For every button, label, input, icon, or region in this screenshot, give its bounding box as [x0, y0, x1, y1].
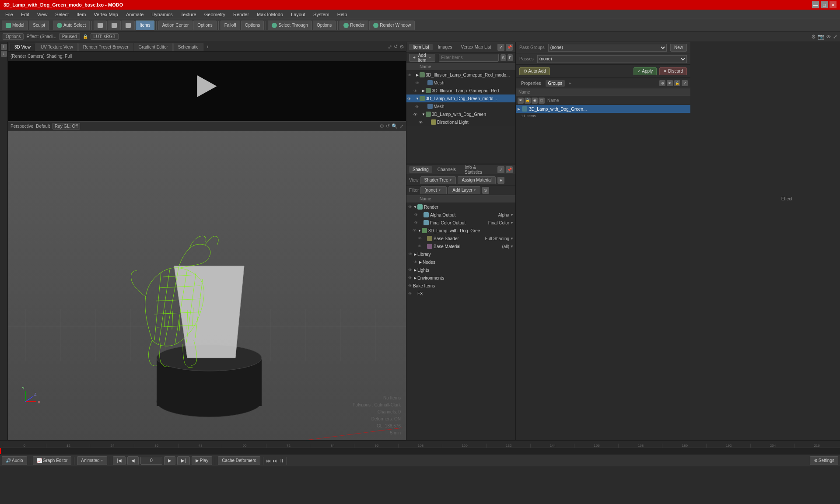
arrows-icon[interactable]: ⤢ [833, 34, 837, 40]
shader-alpha-output[interactable]: 👁 Alpha Output Alpha ▼ [406, 211, 515, 219]
grp-lock-icon[interactable]: 🔒 [525, 98, 531, 104]
animated-button[interactable]: Animated ▼ [77, 456, 107, 465]
transport-icon-2[interactable]: ⏭ [273, 458, 277, 463]
menu-system[interactable]: System [310, 11, 333, 18]
camera-icon[interactable]: 📷 [818, 34, 824, 40]
tab-images[interactable]: Images [434, 44, 456, 50]
eye-icon-5[interactable]: 👁 [415, 105, 419, 109]
3d-viewport[interactable]: Perspective Default Ray GL: Off ⚙ ↺ 🔍 ⤢ [8, 122, 406, 440]
shader-render[interactable]: 👁 ▼ Render [406, 203, 515, 211]
menu-dynamics[interactable]: Dynamics [148, 11, 176, 18]
shader-nodes[interactable]: 👁 ▶ Nodes [406, 258, 515, 266]
sculpt-button[interactable]: Sculpt [29, 21, 49, 30]
shader-eye-6[interactable]: 👁 [418, 244, 422, 248]
menu-select[interactable]: Select [52, 11, 72, 18]
tab-3d-view[interactable]: 3D View [10, 43, 35, 51]
options-2-button[interactable]: Options [241, 21, 264, 30]
items-button[interactable]: Items [136, 21, 154, 30]
options-3-button[interactable]: Options [313, 21, 336, 30]
shader-eye-10[interactable]: 👁 [408, 276, 412, 280]
menu-layout[interactable]: Layout [287, 11, 309, 18]
shader-eye-5[interactable]: 👁 [418, 236, 422, 241]
shader-eye-9[interactable]: 👁 [408, 268, 412, 272]
vp3d-settings-icon[interactable]: ⚙ [380, 123, 384, 129]
shader-base-shader[interactable]: 👁 Base Shader Full Shading ▼ [406, 234, 515, 242]
shader-fx[interactable]: 👁 FX [406, 290, 515, 298]
shader-eye-4[interactable]: 👁 [413, 228, 416, 233]
props-icon-2[interactable]: 👁 [667, 80, 673, 86]
paused-label[interactable]: Paused [59, 33, 80, 40]
eye-icon-6[interactable]: 👁 [413, 112, 417, 117]
tree-item-mesh1[interactable]: 👁 Mesh [406, 79, 515, 87]
model-button[interactable]: Model [2, 21, 28, 30]
tree-item-scene2[interactable]: 👁 ▼ 3D_Lamp_with_Dog_Green_modo... [406, 94, 515, 102]
settings-button[interactable]: ⚙ Settings [810, 456, 838, 465]
final-dd-arrow[interactable]: ▼ [510, 221, 514, 225]
props-icon-3[interactable]: 🔒 [674, 80, 680, 86]
shader-eye-2[interactable]: 👁 [414, 213, 418, 217]
shader-lamp-item[interactable]: 👁 ▼ 3D_Lamp_with_Dog_Gree [406, 227, 515, 234]
action-center-button[interactable]: Action Center [158, 21, 193, 30]
go-start-button[interactable]: |◀ [113, 456, 126, 465]
shader-environments[interactable]: 👁 ▶ Environments [406, 274, 515, 282]
new-button[interactable]: New [670, 44, 687, 52]
options-label[interactable]: Options [3, 33, 24, 40]
add-group-plus[interactable]: + [568, 80, 571, 86]
add-item-button[interactable]: + Add Item ▼ [409, 54, 435, 62]
transport-icon-3[interactable]: ⏸ [279, 458, 284, 463]
tab-add-button[interactable]: + [204, 44, 212, 49]
tab-shading[interactable]: Shading [409, 166, 432, 173]
props-icon-1[interactable]: ⚙ [659, 80, 665, 86]
next-frame-button[interactable]: ▶ [164, 456, 175, 465]
audio-button[interactable]: 🔊 Audio [2, 456, 27, 465]
shading-expand-icon[interactable]: ⤢ [497, 166, 504, 173]
gear-icon[interactable]: ⚙ [811, 34, 816, 40]
menu-animate[interactable]: Animate [122, 11, 147, 18]
left-tool-1[interactable]: ⟨ [1, 44, 7, 50]
ray-gl-label[interactable]: Ray GL: Off [52, 123, 80, 130]
menu-geometry[interactable]: Geometry [201, 11, 229, 18]
lut-label[interactable]: LUT: sRGB [91, 33, 119, 40]
tab-uv-texture[interactable]: UV Texture View [36, 43, 78, 51]
eye-icon-2[interactable]: 👁 [415, 81, 419, 85]
assign-material-button[interactable]: Assign Material [458, 176, 495, 184]
filter-dropdown[interactable]: (none) ▼ [420, 186, 447, 194]
shader-base-material[interactable]: 👁 Base Material (all) ▼ [406, 242, 515, 250]
filter-s-button[interactable]: S [500, 54, 506, 61]
tree-item-mesh2[interactable]: 👁 Mesh [406, 102, 515, 110]
menu-file[interactable]: File [2, 11, 17, 18]
s-button[interactable]: S [482, 187, 489, 194]
shader-eye-3[interactable]: 👁 [414, 220, 418, 225]
vp3d-expand-icon[interactable]: ⤢ [399, 123, 403, 129]
add-layer-button[interactable]: Add Layer ▼ [448, 186, 480, 194]
transport-icon-1[interactable]: ⏮ [266, 458, 271, 463]
render-window-button[interactable]: Render Window [369, 21, 415, 30]
grp-eye-icon[interactable]: 👁 [518, 98, 524, 104]
tab-gradient-editor[interactable]: Gradient Editor [134, 43, 173, 51]
close-button[interactable]: ✕ [830, 1, 836, 8]
tree-item-scene1[interactable]: 👁 ▶ 3D_Illusion_Lamp_Gamepad_Red_modo... [406, 71, 515, 79]
panel-icon-pin[interactable]: 📌 [506, 44, 513, 51]
vp3d-search-icon[interactable]: 🔍 [392, 123, 398, 129]
tree-item-dir-light[interactable]: 👁 Directional Light [406, 118, 515, 126]
auto-select-button[interactable]: Auto Select [53, 21, 90, 30]
tab-properties[interactable]: Properties [518, 80, 544, 87]
minimize-button[interactable]: — [812, 1, 819, 8]
f-button[interactable]: F [497, 177, 504, 184]
cache-deformers-button[interactable]: Cache Deformers [218, 456, 260, 465]
viewport-gear-icon[interactable]: ⚙ [399, 44, 404, 50]
shading-pin-icon[interactable]: 📌 [506, 166, 513, 173]
shader-lights[interactable]: 👁 ▶ Lights [406, 266, 515, 274]
play-button[interactable]: ▶ Play [192, 456, 212, 465]
polygon-button[interactable] [122, 21, 135, 30]
group-item[interactable]: ▶ 3D_Lamp_with_Dog_Green... [516, 105, 690, 113]
vertex-button[interactable] [94, 21, 107, 30]
shader-eye-1[interactable]: 👁 [408, 205, 412, 209]
viewport-reload-icon[interactable]: ↺ [394, 44, 398, 49]
base-shader-dd[interactable]: ▼ [510, 237, 514, 241]
prev-frame-button[interactable]: ◀ [127, 456, 139, 465]
menu-edit[interactable]: Edit [18, 11, 33, 18]
eye-icon-3[interactable]: 👁 [413, 89, 417, 93]
grp-vis-icon[interactable]: ◉ [532, 98, 538, 104]
filter-f-button[interactable]: F [508, 54, 513, 61]
